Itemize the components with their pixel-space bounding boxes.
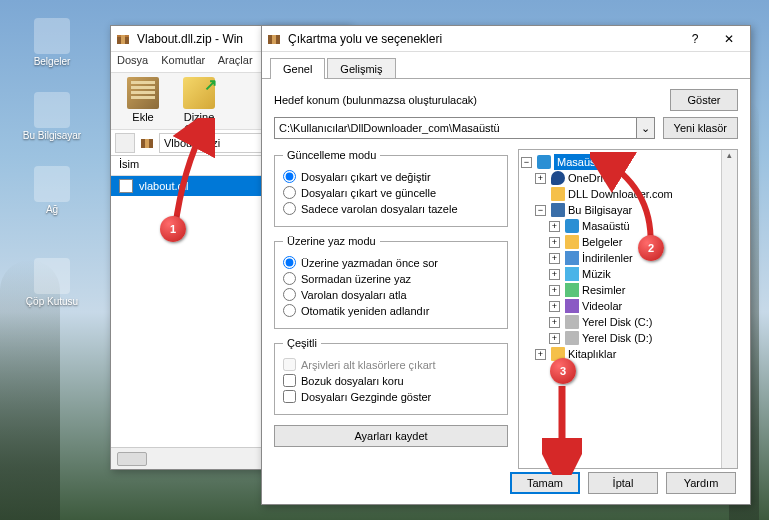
dest-label: Hedef konum (bulunmazsa oluşturulacak) <box>274 94 662 106</box>
tree-scrollbar[interactable] <box>721 150 737 468</box>
disk-icon <box>565 315 579 329</box>
pictures-icon <box>565 283 579 297</box>
folder-icon <box>34 18 70 54</box>
menu-commands[interactable]: Komutlar <box>161 54 205 66</box>
opt-subfolders: Arşivleri alt klasörlere çıkart <box>283 358 499 371</box>
ok-button[interactable]: Tamam <box>510 472 580 494</box>
dialog-titlebar[interactable]: Çıkartma yolu ve seçenekleri ? ✕ <box>262 26 750 52</box>
svg-rect-4 <box>145 139 149 148</box>
tab-advanced[interactable]: Gelişmiş <box>327 58 395 79</box>
svg-rect-6 <box>272 35 276 44</box>
opt-extract-replace[interactable]: Dosyaları çıkart ve değiştir <box>283 170 499 183</box>
archive-icon <box>139 135 155 151</box>
icon-label: Çöp Kutusu <box>22 296 82 307</box>
disk-icon <box>565 331 579 345</box>
add-icon <box>127 77 159 109</box>
libraries-icon <box>551 347 565 361</box>
opt-noask[interactable]: Sormadan üzerine yaz <box>283 272 499 285</box>
status-slot <box>117 452 147 466</box>
collapse-icon[interactable]: − <box>521 157 532 168</box>
desktop-icon-documents[interactable]: Belgeler <box>22 18 82 67</box>
tree-onedrive[interactable]: +OneDrive <box>521 170 719 186</box>
tree-desktop[interactable]: −Masaüstü <box>521 154 719 170</box>
tree-pc-videos[interactable]: +Videolar <box>521 298 719 314</box>
tree-pc-pictures[interactable]: +Resimler <box>521 282 719 298</box>
pc-icon <box>34 92 70 128</box>
icon-label: Belgeler <box>22 56 82 67</box>
tree-pc-downloads[interactable]: +İndirilenler <box>521 250 719 266</box>
icon-label: Ağ <box>22 204 82 215</box>
close-button[interactable]: ✕ <box>712 28 746 50</box>
downloads-icon <box>565 251 579 265</box>
tree-pc-disk-c[interactable]: +Yerel Disk (C:) <box>521 314 719 330</box>
extract-icon <box>183 77 215 109</box>
legend-misc: Çeşitli <box>283 337 321 349</box>
tree-libraries[interactable]: +Kitaplıklar <box>521 346 719 362</box>
extract-label: Dizine Çıkart <box>184 111 215 135</box>
opt-keep-broken[interactable]: Bozuk dosyaları koru <box>283 374 499 387</box>
desktop-icon <box>565 219 579 233</box>
documents-icon <box>565 235 579 249</box>
folder-tree: −Masaüstü +OneDrive DLL Downloader.com −… <box>518 149 738 469</box>
network-icon <box>34 166 70 202</box>
legend-update: Güncelleme modu <box>283 149 380 161</box>
tab-general[interactable]: Genel <box>270 58 325 79</box>
cloud-icon <box>551 171 565 185</box>
file-name: vlabout.dll <box>139 180 189 192</box>
svg-rect-2 <box>121 35 125 44</box>
group-update-mode: Güncelleme modu Dosyaları çıkart ve deği… <box>274 149 508 227</box>
desktop-icon-computer[interactable]: Bu Bilgisayar <box>22 92 82 141</box>
videos-icon <box>565 299 579 313</box>
menu-tools[interactable]: Araçlar <box>218 54 253 66</box>
desktop-icon <box>537 155 551 169</box>
desktop-icon-network[interactable]: Ağ <box>22 166 82 215</box>
tree-pc-documents[interactable]: +Belgeler <box>521 234 719 250</box>
winrar-icon <box>115 31 131 47</box>
dialog-footer: Tamam İptal Yardım <box>510 472 736 494</box>
show-button[interactable]: Göster <box>670 89 738 111</box>
toolbar-add-button[interactable]: Ekle <box>115 77 171 125</box>
opt-skip[interactable]: Varolan dosyaları atla <box>283 288 499 301</box>
opt-ask[interactable]: Üzerine yazmadan önce sor <box>283 256 499 269</box>
extract-dialog: Çıkartma yolu ve seçenekleri ? ✕ Genel G… <box>261 25 751 505</box>
help-button[interactable]: ? <box>678 28 712 50</box>
recycle-icon <box>34 258 70 294</box>
tree-dllfolder[interactable]: DLL Downloader.com <box>521 186 719 202</box>
nav-up-button[interactable] <box>115 133 135 153</box>
legend-overwrite: Üzerine yaz modu <box>283 235 380 247</box>
pc-icon <box>551 203 565 217</box>
opt-rename[interactable]: Otomatik yeniden adlandır <box>283 304 499 317</box>
group-overwrite-mode: Üzerine yaz modu Üzerine yazmadan önce s… <box>274 235 508 329</box>
expand-icon[interactable]: + <box>535 173 546 184</box>
help-button[interactable]: Yardım <box>666 472 736 494</box>
toolbar-extract-button[interactable]: Dizine Çıkart <box>171 77 227 125</box>
folder-icon <box>551 187 565 201</box>
dialog-body: Hedef konum (bulunmazsa oluşturulacak) G… <box>262 78 750 478</box>
col-name: İsim <box>119 158 139 170</box>
winrar-icon <box>266 31 282 47</box>
collapse-icon[interactable]: − <box>535 205 546 216</box>
save-settings-button[interactable]: Ayarları kaydet <box>274 425 508 447</box>
opt-show-explorer[interactable]: Dosyaları Gezginde göster <box>283 390 499 403</box>
path-dropdown-button[interactable]: ⌄ <box>637 117 655 139</box>
new-folder-button[interactable]: Yeni klasör <box>663 117 738 139</box>
dll-icon <box>119 179 133 193</box>
opt-freshen[interactable]: Sadece varolan dosyaları tazele <box>283 202 499 215</box>
add-label: Ekle <box>132 111 153 123</box>
tree-pc-disk-d[interactable]: +Yerel Disk (D:) <box>521 330 719 346</box>
tree-pc-music[interactable]: +Müzik <box>521 266 719 282</box>
tree-pc-desktop[interactable]: +Masaüstü <box>521 218 719 234</box>
group-misc: Çeşitli Arşivleri alt klasörlere çıkart … <box>274 337 508 415</box>
cancel-button[interactable]: İptal <box>588 472 658 494</box>
menu-file[interactable]: Dosya <box>117 54 148 66</box>
dialog-tabs: Genel Gelişmiş <box>262 52 750 79</box>
music-icon <box>565 267 579 281</box>
opt-extract-update[interactable]: Dosyaları çıkart ve güncelle <box>283 186 499 199</box>
icon-label: Bu Bilgisayar <box>22 130 82 141</box>
dialog-title: Çıkartma yolu ve seçenekleri <box>288 32 678 46</box>
tree-this-pc[interactable]: −Bu Bilgisayar <box>521 202 719 218</box>
dest-path-input[interactable] <box>274 117 637 139</box>
desktop-icon-recycle[interactable]: Çöp Kutusu <box>22 258 82 307</box>
